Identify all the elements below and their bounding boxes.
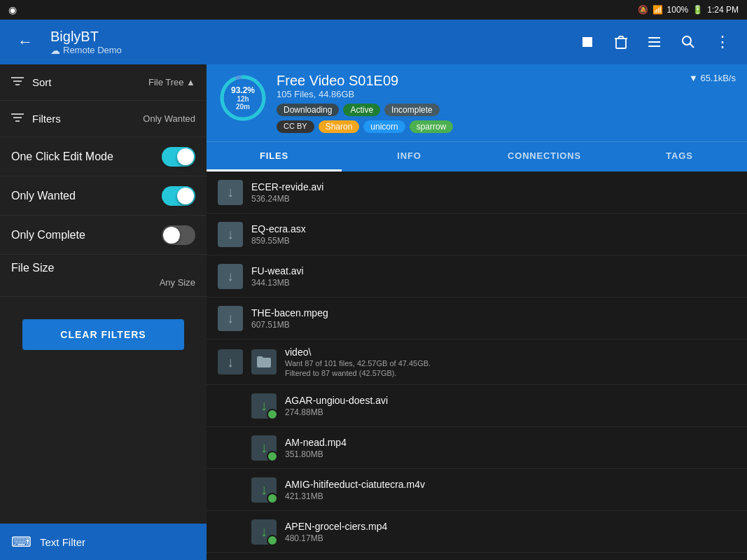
download-icon: ↓ <box>227 184 234 200</box>
file-item[interactable]: ↓ AS-recredena.mp4 627.43MB <box>207 553 747 560</box>
file-item[interactable]: ↓ AGAR-ungiou-doest.avi 274.88MB <box>207 385 747 427</box>
one-click-edit-option: One Click Edit Mode <box>0 137 207 176</box>
sort-row[interactable]: Sort File Tree ▲ <box>0 64 207 101</box>
status-tags-row: Downloading Active Incomplete <box>277 104 680 116</box>
file-icon: ↓ <box>218 264 243 289</box>
file-size: 536.24MB <box>251 194 736 204</box>
delete-button[interactable] <box>607 28 635 56</box>
file-item[interactable]: ↓ FU-weat.avi 344.13MB <box>207 255 747 298</box>
file-details: EQ-ecra.asx 859.55MB <box>251 223 736 246</box>
torrent-name: Free Video S01E09 <box>277 73 680 89</box>
sort-value: File Tree ▲ <box>148 77 195 88</box>
only-complete-toggle[interactable] <box>162 225 195 245</box>
svg-point-11 <box>648 46 650 47</box>
status-incomplete: Incomplete <box>384 104 440 116</box>
file-icon-wanted: ↓ <box>251 519 277 545</box>
keyboard-icon: ⌨ <box>11 533 32 550</box>
text-filter-bar[interactable]: ⌨ Text Filter <box>0 524 207 560</box>
download-icon: ↓ <box>260 524 267 540</box>
folder-download-icon: ↓ <box>218 349 243 374</box>
file-details: ECER-revide.avi 536.24MB <box>251 181 736 204</box>
file-size: 607.51MB <box>251 320 736 330</box>
clear-filters-button[interactable]: CLEAR FILTERS <box>22 319 184 350</box>
download-icon: ↓ <box>227 354 234 370</box>
file-icon: ↓ <box>218 306 243 331</box>
remote-demo-label: ☁ Remote Demo <box>50 45 562 56</box>
tag-cc[interactable]: CC BY <box>277 120 314 133</box>
svg-point-12 <box>683 36 691 45</box>
file-details: AM-nead.mp4 351.80MB <box>285 437 736 459</box>
user-tags-row: CC BY Sharon unicorn sparrow <box>277 120 680 133</box>
one-click-edit-toggle[interactable] <box>162 147 195 167</box>
stop-button[interactable] <box>573 28 601 56</box>
filters-row[interactable]: Filters Only Wanted <box>0 101 207 137</box>
folder-icon <box>251 349 277 374</box>
tag-unicorn[interactable]: unicorn <box>363 120 405 133</box>
file-name: APEN-grocel-ciers.mp4 <box>285 521 736 532</box>
file-icon-wanted: ↓ <box>251 477 277 503</box>
time-display: 1:24 PM <box>707 5 739 15</box>
file-size: 421.31MB <box>285 491 736 501</box>
only-wanted-label: Only Wanted <box>11 190 162 202</box>
file-item[interactable]: ↓ THE-bacen.mpeg 607.51MB <box>207 298 747 340</box>
file-name: AM-nead.mp4 <box>285 437 736 448</box>
tag-sparrow[interactable]: sparrow <box>410 120 454 133</box>
battery-icon: 🔋 <box>692 5 703 15</box>
file-item[interactable]: ↓ AMIG-hitifeeduct-ciatutecra.m4v 421.31… <box>207 469 747 511</box>
svg-rect-1 <box>616 38 626 48</box>
search-button[interactable] <box>674 28 702 56</box>
file-details: APEN-grocel-ciers.mp4 480.17MB <box>285 521 736 543</box>
one-click-edit-thumb <box>177 148 194 165</box>
file-details: AGAR-ungiou-doest.avi 274.88MB <box>285 395 736 417</box>
main-layout: Sort File Tree ▲ Filters Only Wanted One… <box>0 64 747 560</box>
file-size-label: File Size <box>11 262 54 274</box>
tab-info[interactable]: INFO <box>342 142 477 172</box>
more-options-button[interactable]: ⋮ <box>708 28 736 56</box>
list-view-button[interactable] <box>641 28 669 56</box>
text-filter-label: Text Filter <box>40 536 85 548</box>
folder-desc: Want 87 of 101 files, 42.57GB of 47.45GB… <box>285 359 736 368</box>
download-icon: ↓ <box>260 440 267 456</box>
tab-files[interactable]: FILES <box>207 142 342 172</box>
progress-circle: 93.2% 12h 20m <box>218 73 268 123</box>
file-item[interactable]: ↓ AM-nead.mp4 351.80MB <box>207 427 747 469</box>
only-wanted-toggle[interactable] <box>162 186 195 206</box>
back-button[interactable]: ← <box>11 28 39 56</box>
file-name: EQ-ecra.asx <box>251 223 736 234</box>
filters-value: Only Wanted <box>143 113 195 124</box>
tab-tags[interactable]: TAGS <box>612 142 747 172</box>
app-title-section: BiglyBT ☁ Remote Demo <box>50 29 562 56</box>
torrent-speed: ▼ 65.1kB/s <box>689 73 736 83</box>
tag-sharon[interactable]: Sharon <box>319 120 360 133</box>
file-icon: ↓ <box>218 180 243 205</box>
file-list: ↓ ECER-revide.avi 536.24MB ↓ EQ-ecra.asx… <box>207 172 747 560</box>
folder-name: video\ <box>285 346 736 358</box>
file-item[interactable]: ↓ ECER-revide.avi 536.24MB <box>207 172 747 214</box>
download-icon: ↓ <box>227 268 234 284</box>
file-name: THE-bacen.mpeg <box>251 307 736 318</box>
svg-line-13 <box>690 44 694 48</box>
only-complete-thumb <box>163 227 180 244</box>
folder-item[interactable]: ↓ video\ Want 87 of 101 files, 42.57GB o… <box>207 340 747 385</box>
file-size-section: File Size Any Size <box>0 255 207 297</box>
only-complete-label: Only Complete <box>11 229 162 241</box>
file-item[interactable]: ↓ APEN-grocel-ciers.mp4 480.17MB <box>207 511 747 553</box>
status-active: Active <box>343 104 380 116</box>
app-bar: ← BiglyBT ☁ Remote Demo ⋮ <box>0 20 747 64</box>
tab-connections[interactable]: CONNECTIONS <box>477 142 612 172</box>
file-size: 351.80MB <box>285 449 736 459</box>
download-icon: ↓ <box>227 310 234 326</box>
battery-text: 100% <box>667 5 689 15</box>
file-details: THE-bacen.mpeg 607.51MB <box>251 307 736 330</box>
file-size: 274.88MB <box>285 407 736 417</box>
mute-icon: 🔕 <box>638 5 648 15</box>
clear-filters-section: CLEAR FILTERS <box>0 297 207 372</box>
file-item[interactable]: ↓ EQ-ecra.asx 859.55MB <box>207 214 747 255</box>
file-icon-wanted: ↓ <box>251 393 277 419</box>
sort-icon <box>11 75 24 90</box>
sort-label: Sort <box>32 76 148 88</box>
app-bar-actions: ⋮ <box>573 28 736 56</box>
file-name: AMIG-hitifeeduct-ciatutecra.m4v <box>285 479 736 490</box>
torrent-meta: 105 Files, 44.86GB <box>277 89 680 99</box>
download-icon: ↓ <box>260 398 267 414</box>
